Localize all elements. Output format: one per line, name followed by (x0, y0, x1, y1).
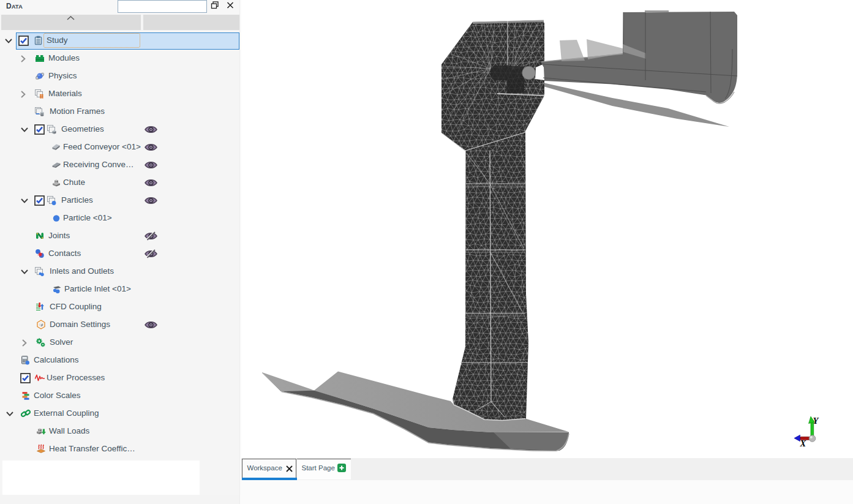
svg-text:X: X (800, 438, 806, 448)
svg-text:Y: Y (813, 416, 819, 426)
